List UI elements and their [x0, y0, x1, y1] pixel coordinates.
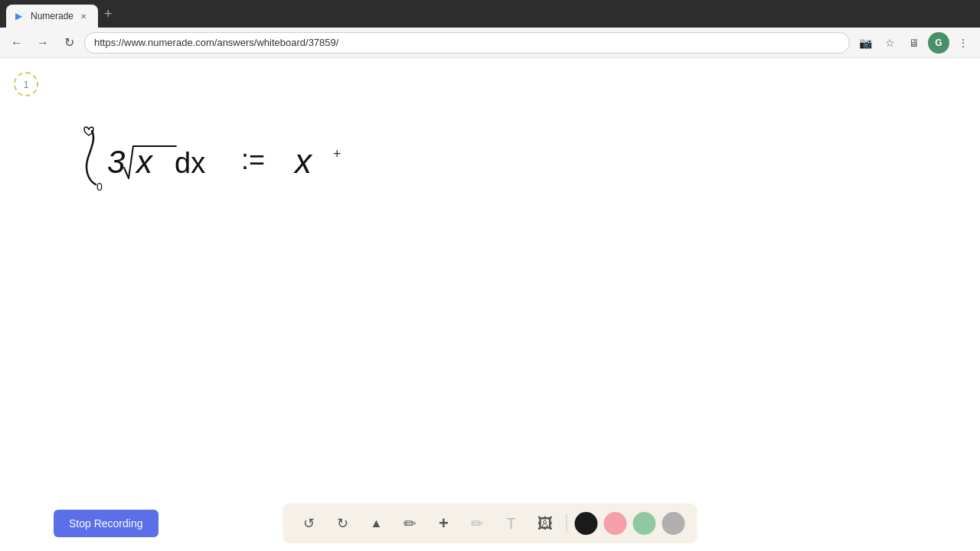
- color-gray-button[interactable]: [662, 512, 685, 535]
- menu-icon-btn[interactable]: ⋮: [952, 32, 974, 54]
- cast-icon-btn[interactable]: 📷: [854, 32, 876, 54]
- svg-text:3: 3: [107, 144, 125, 180]
- active-tab[interactable]: ▶ Numerade ✕: [6, 5, 98, 28]
- browser-content: 1 0 3 x dx := x: [0, 58, 980, 551]
- bottom-bar: Stop Recording ↺ ↻ ▲ ✏: [0, 496, 980, 551]
- toolbar-divider: [567, 514, 567, 533]
- forward-button[interactable]: →: [32, 32, 54, 54]
- color-mint-button[interactable]: [633, 512, 656, 535]
- select-tool-button[interactable]: ▲: [363, 510, 390, 537]
- profile-button[interactable]: G: [928, 32, 949, 54]
- refresh-button[interactable]: ↻: [58, 32, 80, 54]
- page-indicator: 1: [14, 72, 38, 96]
- browser-toolbar: ← → ↻ https://www.numerade.com/answers/w…: [0, 28, 980, 58]
- page-number: 1: [23, 79, 28, 90]
- undo-icon: ↺: [303, 515, 315, 532]
- display-icon-btn[interactable]: 🖥: [903, 32, 925, 54]
- math-equation: 0 3 x dx := x: [69, 123, 360, 200]
- svg-text:0: 0: [96, 181, 103, 193]
- browser-window: ▶ Numerade ✕ + ← → ↻ https://www.numerad…: [0, 0, 980, 551]
- bookmark-icon-btn[interactable]: ☆: [879, 32, 900, 54]
- undo-button[interactable]: ↺: [296, 510, 323, 537]
- stop-recording-button[interactable]: Stop Recording: [54, 510, 158, 537]
- back-button[interactable]: ←: [6, 32, 28, 54]
- toolbar-icons: 📷 ☆ 🖥 G ⋮: [854, 32, 974, 54]
- redo-button[interactable]: ↻: [329, 510, 357, 537]
- color-pink-button[interactable]: [604, 512, 627, 535]
- highlighter-button[interactable]: ✏: [464, 510, 492, 537]
- title-bar: ▶ Numerade ✕ +: [0, 0, 980, 28]
- address-bar[interactable]: https://www.numerade.com/answers/whitebo…: [84, 32, 850, 54]
- pen-icon: ✏: [403, 514, 416, 533]
- tab-bar: ▶ Numerade ✕ +: [6, 0, 119, 28]
- tab-favicon: ▶: [15, 11, 26, 21]
- text-icon: T: [506, 515, 515, 533]
- svg-text:x: x: [135, 144, 154, 180]
- image-tool-button[interactable]: 🖼: [531, 510, 559, 537]
- highlighter-icon: ✏: [471, 514, 484, 533]
- svg-text:x: x: [293, 142, 313, 180]
- new-tab-button[interactable]: +: [98, 0, 119, 28]
- add-shape-button[interactable]: +: [430, 510, 458, 537]
- url-text: https://www.numerade.com/answers/whitebo…: [94, 37, 338, 48]
- pen-tool-button[interactable]: ✏: [397, 510, 424, 537]
- text-tool-button[interactable]: T: [498, 510, 525, 537]
- color-black-button[interactable]: [575, 512, 598, 535]
- tab-label: Numerade: [31, 11, 74, 21]
- select-icon: ▲: [371, 517, 383, 530]
- svg-text::=: :=: [241, 144, 265, 175]
- add-icon: +: [439, 514, 449, 533]
- tab-close-button[interactable]: ✕: [78, 11, 89, 21]
- redo-icon: ↻: [337, 515, 348, 532]
- whiteboard[interactable]: 1 0 3 x dx := x: [0, 58, 980, 551]
- image-icon: 🖼: [537, 515, 553, 533]
- svg-text:dx: dx: [175, 147, 205, 179]
- drawing-toolbar: ↺ ↻ ▲ ✏ + ✏: [283, 504, 697, 543]
